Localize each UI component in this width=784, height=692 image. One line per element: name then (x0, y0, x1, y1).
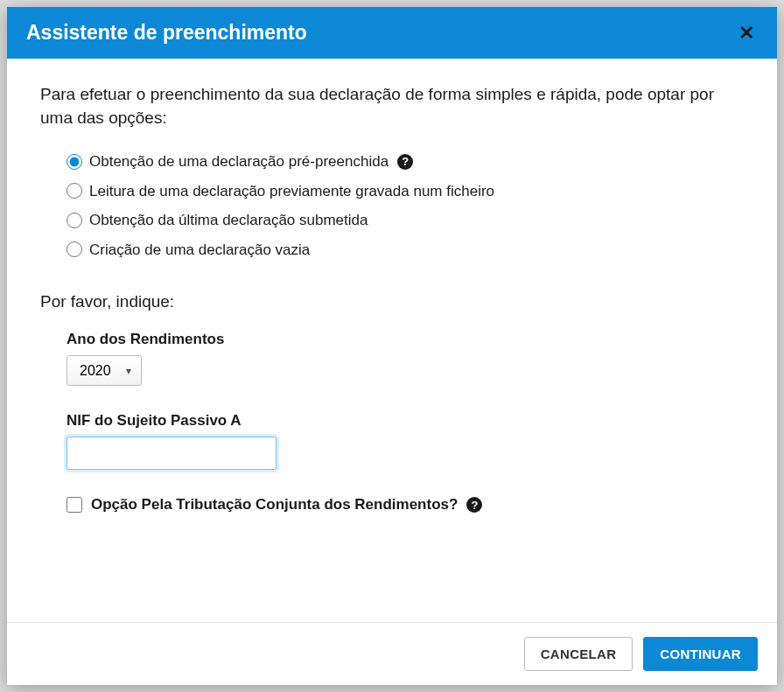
option-last-label: Obtenção da última declaração submetida (89, 209, 368, 232)
option-prefilled[interactable]: Obtenção de uma declaração pré-preenchid… (66, 150, 744, 173)
section-label: Por favor, indique: (40, 292, 744, 311)
option-last[interactable]: Obtenção da última declaração submetida (66, 209, 744, 232)
joint-taxation-label: Opção Pela Tributação Conjunta dos Rendi… (91, 496, 458, 514)
option-file-radio[interactable] (66, 183, 82, 199)
declaration-options: Obtenção de uma declaração pré-preenchid… (66, 150, 744, 261)
option-file[interactable]: Leitura de uma declaração previamente gr… (66, 180, 744, 203)
close-button[interactable]: ✕ (735, 24, 758, 43)
year-label: Ano dos Rendimentos (66, 331, 744, 348)
help-icon[interactable]: ? (397, 154, 413, 170)
option-empty-label: Criação de uma declaração vazia (89, 239, 310, 262)
option-empty-radio[interactable] (66, 241, 82, 257)
modal-title: Assistente de preenchimento (26, 21, 307, 45)
wizard-modal: Assistente de preenchimento ✕ Para efetu… (7, 7, 777, 685)
joint-taxation-row[interactable]: Opção Pela Tributação Conjunta dos Rendi… (66, 496, 744, 514)
continue-button[interactable]: CONTINUAR (643, 637, 758, 671)
modal-footer: CANCELAR CONTINUAR (7, 622, 777, 685)
option-empty[interactable]: Criação de uma declaração vazia (66, 239, 744, 262)
option-file-label: Leitura de uma declaração previamente gr… (89, 180, 494, 203)
option-prefilled-radio[interactable] (66, 154, 82, 170)
nif-label: NIF do Sujeito Passivo A (66, 412, 744, 430)
year-select-wrap: 2020 ▾ (66, 355, 142, 386)
intro-text: Para efetuar o preenchimento da sua decl… (40, 83, 744, 129)
joint-taxation-checkbox[interactable] (66, 497, 82, 513)
modal-header: Assistente de preenchimento ✕ (7, 7, 777, 59)
nif-input[interactable] (66, 437, 276, 470)
option-prefilled-label: Obtenção de uma declaração pré-preenchid… (89, 150, 388, 173)
cancel-button[interactable]: CANCELAR (524, 637, 634, 671)
modal-body: Para efetuar o preenchimento da sua decl… (7, 59, 777, 622)
option-last-radio[interactable] (66, 213, 82, 228)
year-select[interactable]: 2020 (66, 355, 142, 386)
year-field-group: Ano dos Rendimentos 2020 ▾ (66, 331, 744, 386)
help-icon[interactable]: ? (466, 497, 482, 513)
close-icon: ✕ (738, 22, 754, 44)
nif-field-group: NIF do Sujeito Passivo A (66, 412, 744, 470)
